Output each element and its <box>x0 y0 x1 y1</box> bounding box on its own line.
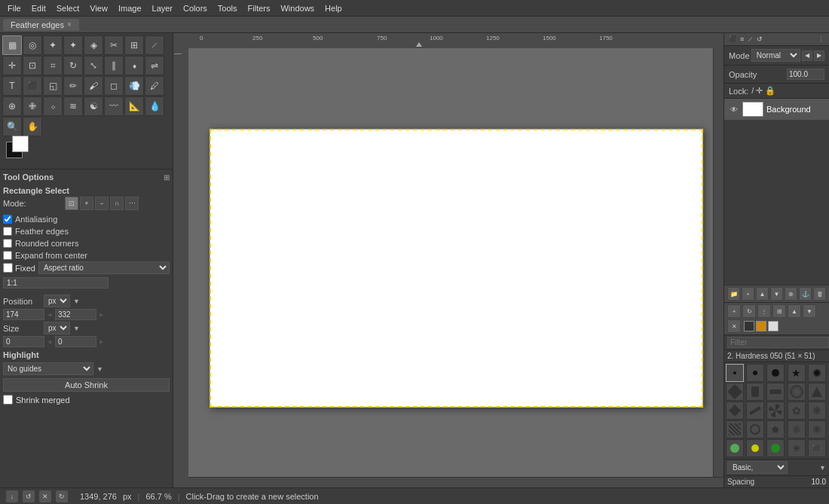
guides-arrow[interactable]: ▼ <box>96 365 103 373</box>
canvas-document[interactable] <box>210 129 703 408</box>
status-icon-undo[interactable]: ↺ <box>23 490 35 502</box>
raise-layer-btn[interactable]: ▲ <box>756 287 769 301</box>
fixed-checkbox-input[interactable] <box>3 263 13 273</box>
menu-file[interactable]: File <box>3 2 26 14</box>
tool-rect-select[interactable]: ▦ <box>2 35 22 55</box>
menu-windows[interactable]: Windows <box>276 2 319 14</box>
antialiasing-checkbox[interactable] <box>3 215 12 224</box>
tool-pencil[interactable]: ✏ <box>63 76 83 96</box>
tool-paths[interactable]: ⟋ <box>145 35 164 55</box>
tool-zoom[interactable]: 🔍 <box>2 117 22 136</box>
new-brush-btn[interactable]: + <box>727 304 741 318</box>
brush-cell-5[interactable] <box>808 364 826 382</box>
menu-help[interactable]: Help <box>320 2 347 14</box>
basic-select[interactable]: Basic, <box>727 461 788 474</box>
expand-icon[interactable]: ⊞ <box>164 173 170 182</box>
tool-scissors[interactable]: ✂ <box>104 35 124 55</box>
mode-extra-btn[interactable]: ⋯ <box>125 197 139 210</box>
brush-cell-9[interactable] <box>788 383 806 401</box>
mode-next-btn[interactable]: ▶ <box>814 50 824 61</box>
pos-y-input[interactable] <box>55 309 96 320</box>
mode-prev-btn[interactable]: ◀ <box>802 50 812 61</box>
expand-from-center-checkbox[interactable] <box>3 251 12 260</box>
brush-cell-11[interactable] <box>726 402 744 420</box>
menu-select[interactable]: Select <box>52 2 84 14</box>
tool-free-select[interactable]: ✦ <box>43 35 63 55</box>
brush-cell-17[interactable] <box>746 420 764 438</box>
guides-select[interactable]: No guides <box>3 362 93 375</box>
tool-align[interactable]: ⊡ <box>23 56 42 75</box>
position-unit-arrow[interactable]: ▼ <box>73 298 80 305</box>
tool-scale[interactable]: ⤡ <box>84 56 103 75</box>
tool-ellipse-select[interactable]: ◎ <box>23 35 42 55</box>
fixed-select[interactable]: Aspect ratio <box>38 261 170 274</box>
size-unit-arrow[interactable]: ▼ <box>73 325 80 332</box>
brush-cell-22[interactable] <box>746 439 764 457</box>
menu-tools[interactable]: Tools <box>213 2 242 14</box>
brush-cell-16[interactable] <box>726 420 744 438</box>
brush-cell-1[interactable] <box>726 364 744 382</box>
canvas-tab[interactable]: Feather edges × <box>3 19 79 31</box>
duplicate-layer-btn[interactable]: ⊕ <box>785 287 797 301</box>
tool-shear[interactable]: ∥ <box>104 56 124 75</box>
tool-dodge-burn[interactable]: ☯ <box>84 96 103 116</box>
lock-alpha-icon[interactable]: 🔒 <box>765 86 775 96</box>
menu-image[interactable]: Image <box>114 2 146 14</box>
brush-cell-10[interactable] <box>808 383 826 401</box>
tool-blur[interactable]: ≋ <box>63 96 83 116</box>
rounded-corners-checkbox[interactable] <box>3 239 12 248</box>
mode-add-btn[interactable]: + <box>80 197 93 210</box>
tool-eraser[interactable]: ◻ <box>104 76 124 96</box>
vertical-scrollbar[interactable] <box>713 48 723 477</box>
history-panel-icon[interactable]: ↺ <box>757 35 763 43</box>
brush-filter-input[interactable] <box>727 337 829 348</box>
brush-cell-15[interactable]: ❋ <box>808 402 826 420</box>
status-icon-export[interactable]: ↓ <box>6 490 18 502</box>
tool-paintbrush[interactable]: 🖌 <box>84 76 103 96</box>
tool-hand[interactable]: ✋ <box>23 117 42 136</box>
brushes-menu-btn[interactable]: ⋮ <box>757 304 771 318</box>
brush-cell-12[interactable] <box>746 402 764 420</box>
layer-visibility-toggle[interactable]: 👁 <box>729 104 739 115</box>
size-y-input[interactable] <box>55 336 96 347</box>
pos-x-input[interactable] <box>3 309 44 320</box>
brush-cell-7[interactable] <box>746 383 764 401</box>
new-layer-btn[interactable]: + <box>742 287 754 301</box>
brush-cell-14[interactable]: ✿ <box>788 402 806 420</box>
brush-cell-2[interactable] <box>746 364 764 382</box>
tool-crop[interactable]: ⌗ <box>43 56 63 75</box>
opacity-input[interactable] <box>787 69 824 80</box>
brushes-down-btn[interactable]: ▼ <box>803 304 816 318</box>
brush-cell-6[interactable] <box>726 383 744 401</box>
lock-pixels-icon[interactable]: / <box>751 86 754 96</box>
brush-cell-8[interactable] <box>766 383 785 401</box>
color-chip-white[interactable] <box>768 321 779 331</box>
brush-cell-20[interactable] <box>808 420 826 438</box>
position-unit-select[interactable]: px <box>44 295 70 307</box>
layers-mode-select[interactable]: Normal <box>751 49 800 62</box>
tool-fuzzy-select[interactable]: ✦ <box>63 35 83 55</box>
lock-position-icon[interactable]: ✛ <box>756 86 763 96</box>
ratio-input[interactable] <box>3 277 109 289</box>
layers-panel-icon[interactable]: ⬛ <box>729 35 737 43</box>
panel-menu-btn[interactable]: ⋮ <box>818 35 824 43</box>
brush-cell-4[interactable]: ★ <box>788 364 806 382</box>
tool-airbrush[interactable]: 💨 <box>124 76 144 96</box>
tool-bucket-fill[interactable]: ⬛ <box>23 76 42 96</box>
tool-blend[interactable]: ◱ <box>43 76 63 96</box>
tool-perspective[interactable]: ⬧ <box>124 56 144 75</box>
brushes-view-btn[interactable]: ⊞ <box>772 304 786 318</box>
brush-cell-19[interactable]: ※ <box>788 420 806 438</box>
tool-clone[interactable]: ⊕ <box>2 96 22 116</box>
shrink-merged-checkbox[interactable] <box>3 395 13 405</box>
horizontal-scrollbar[interactable] <box>188 477 723 487</box>
mode-replace-btn[interactable]: ⊡ <box>65 197 78 210</box>
tool-select-by-color[interactable]: ◈ <box>84 35 103 55</box>
mode-intersect-btn[interactable]: ∩ <box>110 197 124 210</box>
new-layer-group-btn[interactable]: 📁 <box>727 287 740 301</box>
brush-cell-3[interactable] <box>766 364 785 382</box>
color-chip-black[interactable] <box>744 321 754 331</box>
channels-panel-icon[interactable]: ≡ <box>740 35 744 43</box>
auto-shrink-button[interactable]: Auto Shrink <box>3 378 170 392</box>
mode-subtract-btn[interactable]: − <box>95 197 109 210</box>
